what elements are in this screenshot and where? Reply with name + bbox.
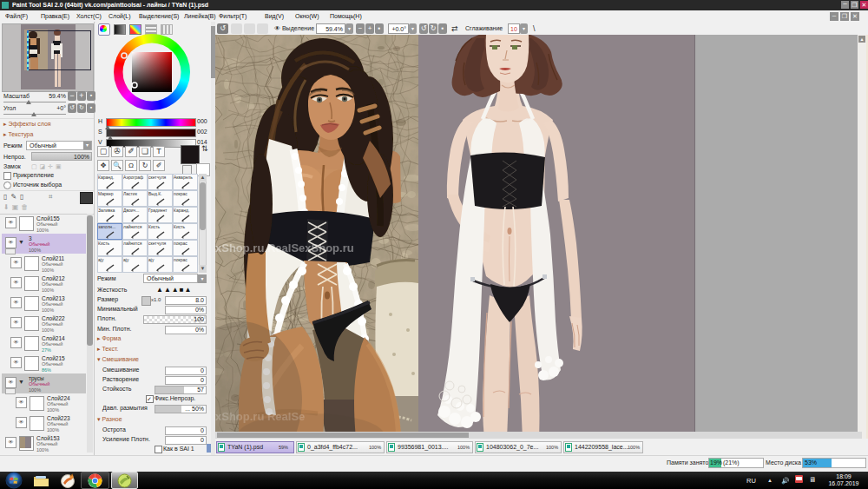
svg-text:xShop.ru RealSexShop.ru: xShop.ru RealSexShop.ru [215,241,354,254]
svg-text:xShop.ru RealSe: xShop.ru RealSe [215,410,305,423]
